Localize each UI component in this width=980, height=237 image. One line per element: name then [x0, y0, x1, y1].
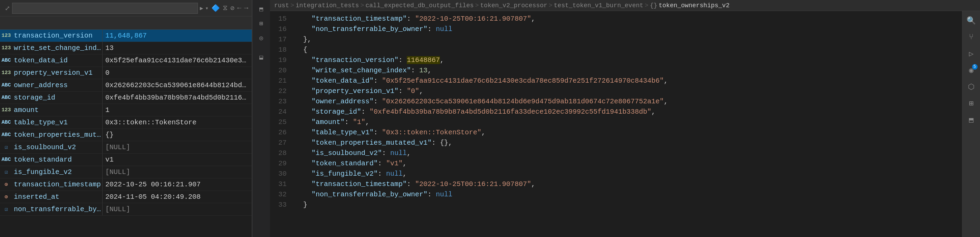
table-row[interactable]: ⊙ inserted_at 2024-11-05 04:20:49.208	[0, 191, 252, 203]
code-line[interactable]: "owner_address": "0x262662203c5ca539061e…	[292, 96, 962, 107]
filter-icon[interactable]: ⧖	[222, 3, 228, 13]
prev-icon[interactable]: ←	[237, 3, 242, 13]
table-row[interactable]: ABC token_data_id 0x5f25efaa91cc4131dae7…	[0, 54, 252, 67]
code-line[interactable]: "storage_id": "0xfe4bf4bb39ba78b9b87a4bd…	[292, 107, 962, 117]
code-line[interactable]: "is_soulbound_v2": null,	[292, 148, 962, 158]
filter-active-icon[interactable]: 🔷	[211, 3, 221, 13]
search-icon[interactable]: 🔍	[964, 14, 978, 28]
next-icon[interactable]: →	[243, 3, 249, 13]
breadcrumb-item: >	[475, 2, 479, 9]
table-row[interactable]: ABC owner_address 0x262662203c5ca539061e…	[0, 79, 252, 92]
table-row[interactable]: 123 amount 1	[0, 104, 252, 117]
table-row[interactable]: ☑ non_transferrable_by_owner [NULL]	[0, 203, 252, 216]
breadcrumb-item: >	[549, 2, 552, 9]
source-control-icon[interactable]: ⑂	[964, 30, 978, 44]
line-number: 22	[270, 86, 286, 96]
code-line[interactable]: "token_data_id": "0x5f25efaa91cc4131dae7…	[292, 76, 962, 86]
table-row[interactable]: 123 write_set_change_index 13	[0, 42, 252, 54]
type-badge: ABC	[2, 82, 11, 88]
col-type-icon: ABC	[0, 54, 13, 66]
code-line[interactable]: "non_transferrable_by_owner": null	[292, 24, 962, 35]
col-type-icon: 123	[0, 67, 13, 79]
col-field-value: 0xfe4bf4bb39ba78b9b87a4bd5d0b2116fa33dec…	[103, 94, 252, 102]
code-line[interactable]: "non_transferrable_by_owner": null	[292, 190, 962, 200]
table-row[interactable]: 123 property_version_v1 0	[0, 67, 252, 79]
breadcrumb-item[interactable]: call_expected_db_output_files	[365, 2, 473, 9]
col-field-name: is_soulbound_v2	[13, 143, 102, 151]
type-badge: ABC	[2, 157, 11, 163]
right-panel: rust > integration_tests > call_expected…	[270, 0, 980, 237]
sql-filter-input[interactable]	[12, 3, 198, 14]
panels-section: ⬒ ⊞ ◎ ⬓	[252, 0, 270, 237]
split-icon[interactable]: ⬒	[964, 113, 978, 127]
filter-clear-icon[interactable]: ⊘	[230, 3, 235, 13]
code-line[interactable]: "transaction_timestamp": "2022-10-25T00:…	[292, 14, 962, 24]
code-line[interactable]: "is_fungible_v2": null,	[292, 169, 962, 179]
col-type-icon: ABC	[0, 92, 13, 104]
code-line[interactable]: "amount": "1",	[292, 117, 962, 128]
filter-arrow-down[interactable]: ▾	[205, 5, 208, 12]
col-type-icon: 123	[0, 104, 13, 116]
col-field-name: token_data_id	[13, 57, 102, 65]
col-field-value: 2024-11-05 04:20:49.208	[103, 193, 252, 201]
panels-circle-icon[interactable]: ◎	[255, 32, 267, 44]
breadcrumb-item[interactable]: token_v2_processor	[480, 2, 547, 9]
table-row[interactable]: ⊙ transaction_timestamp 2022-10-25 00:16…	[0, 179, 252, 191]
panels-top-icon[interactable]: ⬒	[255, 3, 267, 15]
type-badge: ⊙	[5, 194, 8, 200]
col-field-name: amount	[13, 106, 102, 114]
table-row[interactable]: ABC token_standard v1	[0, 154, 252, 166]
col-type-icon: 123	[0, 30, 13, 42]
middle-section: 15161718192021222324252627282930313233 "…	[270, 11, 980, 237]
breadcrumb-item[interactable]: rust	[274, 2, 289, 9]
code-line[interactable]: "write_set_change_index": 13,	[292, 65, 962, 76]
table-row[interactable]: ☑ is_fungible_v2 [NULL]	[0, 166, 252, 179]
code-line[interactable]: "transaction_version": 11648867,	[292, 55, 962, 65]
code-line[interactable]: },	[292, 35, 962, 45]
table-row[interactable]: 123 transaction_version 11,648,867	[0, 30, 252, 42]
table-row[interactable]: ABC token_properties_mutated_v1 {}	[0, 129, 252, 141]
code-line[interactable]: "token_standard": "v1",	[292, 158, 962, 169]
panels-grid-icon[interactable]: ⊞	[255, 17, 267, 30]
code-line[interactable]: {	[292, 45, 962, 55]
toolbar-icons: 🔷 ⧖ ⊘ ← →	[211, 3, 249, 13]
col-type-icon: ⊙	[0, 179, 13, 191]
table-row[interactable]: ABC storage_id 0xfe4bf4bb39ba78b9b87a4bd…	[0, 92, 252, 104]
right-activity-bar: 🔍⑂▷◉5⬡⊞⬒	[962, 11, 980, 237]
type-badge: ☑	[5, 169, 8, 175]
table-row[interactable]: ☑ is_soulbound_v2 [NULL]	[0, 141, 252, 154]
code-line[interactable]: "property_version_v1": "0",	[292, 86, 962, 96]
col-field-value: [NULL]	[103, 205, 252, 213]
expand-icon[interactable]: ⤢	[5, 5, 10, 12]
panels-split-icon[interactable]: ⬓	[255, 51, 267, 63]
data-table[interactable]: 123 transaction_version 11,648,867 123 w…	[0, 30, 252, 237]
col-type-icon: ABC	[0, 79, 13, 91]
col-field-value: v1	[103, 156, 252, 164]
extensions-icon[interactable]: ⬡	[964, 80, 978, 94]
code-line[interactable]: }	[292, 200, 962, 210]
filter-dropdown-arrow[interactable]: ▶	[200, 5, 204, 12]
code-line[interactable]: "token_properties_mutated_v1": {},	[292, 138, 962, 148]
grid-icon[interactable]: ⊞	[964, 96, 978, 110]
line-number: 32	[270, 190, 286, 200]
breadcrumb-item[interactable]: test_token_v1_burn_event	[554, 2, 643, 9]
type-badge: ☑	[5, 144, 8, 150]
col-field-value: 0x5f25efaa91cc4131dae76c6b21430e3cda78ec…	[103, 57, 252, 65]
type-badge: 123	[2, 107, 11, 113]
code-area: 15161718192021222324252627282930313233 "…	[270, 11, 962, 237]
run-icon[interactable]: ▷	[964, 47, 978, 61]
code-line[interactable]: "table_type_v1": "0x3::token::TokenStore…	[292, 128, 962, 138]
line-number: 23	[270, 96, 286, 107]
col-field-value: [NULL]	[103, 168, 252, 176]
type-badge: 123	[2, 70, 11, 76]
col-field-name: token_properties_mutated_v1	[13, 131, 102, 139]
col-field-name: property_version_v1	[13, 69, 102, 77]
breakpoint-icon[interactable]: ◉5	[964, 63, 978, 77]
breadcrumb-item[interactable]: integration_tests	[296, 2, 359, 9]
breadcrumb-item: token_ownerships_v2	[659, 2, 729, 9]
code-line[interactable]: "transaction_timestamp": "2022-10-25T00:…	[292, 179, 962, 190]
type-badge: ABC	[2, 57, 11, 63]
table-row[interactable]: ABC table_type_v1 0x3::token::TokenStore	[0, 117, 252, 129]
code-content[interactable]: "transaction_timestamp": "2022-10-25T00:…	[292, 11, 962, 237]
breadcrumb-item[interactable]: {}	[650, 2, 657, 9]
